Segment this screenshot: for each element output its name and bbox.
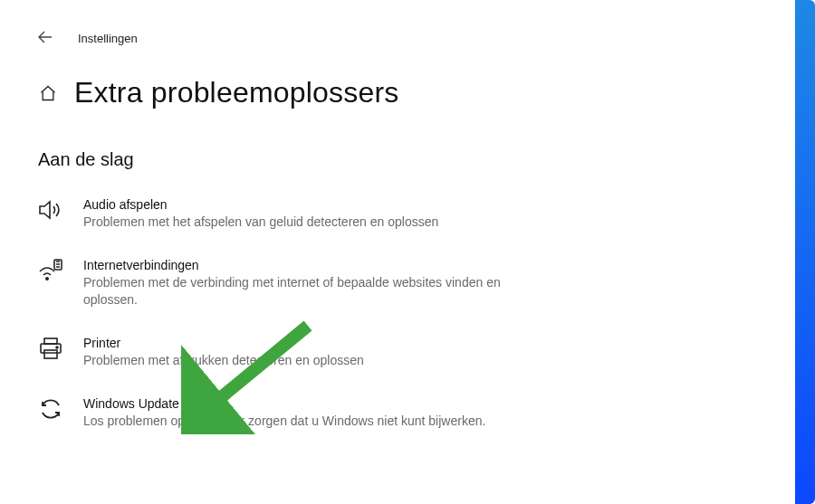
speaker-icon bbox=[38, 197, 63, 223]
troubleshooter-list: Audio afspelen Problemen met het afspele… bbox=[0, 170, 580, 433]
page-title: Extra probleemoplossers bbox=[74, 76, 399, 109]
item-title: Printer bbox=[83, 336, 364, 350]
troubleshooter-item-internet[interactable]: Internetverbindingen Problemen met de ve… bbox=[38, 254, 580, 312]
item-desc: Los problemen op die ervoor zorgen dat u… bbox=[83, 413, 485, 430]
item-title: Windows Update bbox=[83, 396, 485, 411]
item-title: Audio afspelen bbox=[83, 197, 438, 212]
section-heading: Aan de slag bbox=[0, 109, 815, 170]
home-icon[interactable] bbox=[38, 83, 58, 103]
svg-point-5 bbox=[56, 347, 58, 348]
app-title: Instellingen bbox=[78, 32, 138, 45]
printer-icon bbox=[38, 336, 63, 361]
troubleshooter-item-windows-update[interactable]: Windows Update Los problemen op die ervo… bbox=[38, 393, 580, 433]
troubleshooter-item-printer[interactable]: Printer Problemen met afdrukken detecter… bbox=[38, 332, 580, 373]
svg-rect-2 bbox=[44, 338, 57, 344]
back-button[interactable] bbox=[38, 31, 53, 46]
troubleshooter-item-audio[interactable]: Audio afspelen Problemen met het afspele… bbox=[38, 194, 580, 234]
svg-rect-4 bbox=[44, 350, 57, 358]
sync-icon bbox=[38, 396, 63, 422]
svg-point-0 bbox=[46, 278, 48, 280]
item-desc: Problemen met afdrukken detecteren en op… bbox=[83, 352, 364, 369]
item-title: Internetverbindingen bbox=[83, 258, 554, 272]
item-desc: Problemen met het afspelen van geluid de… bbox=[83, 214, 438, 231]
item-desc: Problemen met de verbinding met internet… bbox=[83, 274, 554, 309]
wifi-icon bbox=[38, 258, 63, 283]
